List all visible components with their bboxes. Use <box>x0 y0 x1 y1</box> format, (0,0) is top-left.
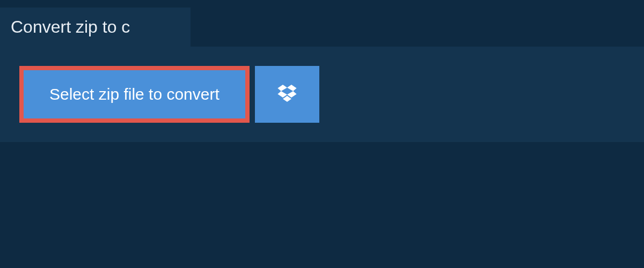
content-area: Select zip file to convert <box>0 47 644 142</box>
select-file-button[interactable]: Select zip file to convert <box>19 66 250 123</box>
tab-header: Convert zip to c <box>0 8 191 47</box>
dropbox-button[interactable] <box>255 66 319 123</box>
button-row: Select zip file to convert <box>19 66 625 123</box>
tab-title: Convert zip to c <box>11 17 130 36</box>
select-file-label: Select zip file to convert <box>49 85 219 103</box>
dropbox-icon <box>276 83 298 106</box>
